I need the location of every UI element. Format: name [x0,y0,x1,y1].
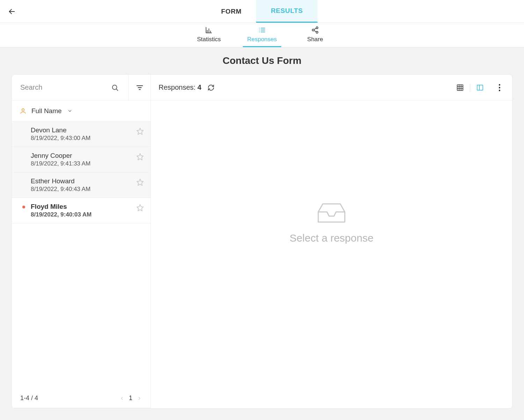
response-name: Devon Lane [31,126,144,134]
svg-line-18 [116,89,118,90]
prev-page-button[interactable] [118,394,126,403]
star-button[interactable] [135,126,145,136]
svg-line-16 [314,30,316,32]
star-button[interactable] [135,177,145,187]
svg-point-13 [312,29,314,31]
next-page-button[interactable] [135,394,144,403]
star-button[interactable] [135,152,145,162]
content-wrap: Full Name Devon Lane 8/19/2022, 9:43:00 … [0,75,524,420]
search-box [12,75,128,100]
list-icon [258,26,266,34]
response-timestamp: 8/19/2022, 9:43:00 AM [31,135,144,142]
subnav-label: Statistics [197,36,221,43]
primary-tabs: FORM RESULTS [206,0,318,23]
svg-marker-24 [137,154,143,160]
svg-point-14 [316,31,318,34]
star-icon [136,127,144,135]
top-header: FORM RESULTS [0,0,524,23]
response-detail-pane: Responses: 4 [151,75,512,408]
svg-point-22 [22,109,24,111]
list-item[interactable]: Devon Lane 8/19/2022, 9:43:00 AM [12,121,151,147]
chevron-down-icon [67,109,72,113]
pagination-range: 1-4 / 4 [20,395,38,402]
response-timestamp: 8/19/2022, 9:40:43 AM [31,186,144,193]
content-card: Full Name Devon Lane 8/19/2022, 9:43:00 … [12,75,512,408]
svg-line-15 [314,28,316,30]
sub-nav: Statistics Responses Share [0,23,524,47]
star-icon [136,204,144,212]
subnav-label: Share [307,36,323,43]
chevron-left-icon [119,396,124,401]
back-button[interactable] [6,6,17,17]
sort-header[interactable]: Full Name [12,101,151,121]
svg-point-12 [316,27,318,29]
unread-dot [22,206,25,208]
subnav-label: Responses [247,36,277,43]
list-item[interactable]: Jenny Cooper 8/19/2022, 9:41:33 AM [12,147,151,172]
svg-marker-23 [137,128,143,134]
response-timestamp: 8/19/2022, 9:40:03 AM [31,211,144,218]
page-title: Contact Us Form [0,47,524,75]
person-icon [20,108,27,115]
response-name: Esther Howard [31,177,144,185]
filter-icon [136,84,144,91]
page-body: Contact Us Form [0,47,524,420]
empty-message: Select a response [290,232,373,244]
star-icon [136,153,144,161]
search-button[interactable] [109,84,121,91]
tab-results[interactable]: RESULTS [256,0,317,23]
svg-marker-26 [137,205,143,211]
search-row [12,75,151,101]
response-name: Jenny Cooper [31,152,144,160]
pagination: 1-4 / 4 1 [12,389,151,408]
current-page: 1 [129,395,132,402]
search-input[interactable] [20,83,109,91]
subnav-responses[interactable]: Responses [243,23,281,47]
svg-marker-25 [137,179,143,185]
response-name: Floyd Miles [31,203,144,211]
subnav-statistics[interactable]: Statistics [190,23,228,47]
star-button[interactable] [135,203,145,213]
response-timestamp: 8/19/2022, 9:41:33 AM [31,160,144,167]
svg-point-6 [259,28,260,28]
inbox-icon [316,202,347,224]
responses-list: Devon Lane 8/19/2022, 9:43:00 AM Jenny C… [12,121,151,389]
arrow-left-icon [8,8,16,15]
chevron-right-icon [137,396,142,401]
empty-state: Select a response [151,75,512,377]
subnav-share[interactable]: Share [296,23,334,47]
tab-form[interactable]: FORM [206,0,256,23]
search-icon [111,84,119,91]
svg-point-8 [259,30,260,30]
share-icon [311,26,319,34]
list-item[interactable]: Floyd Miles 8/19/2022, 9:40:03 AM [12,198,151,223]
svg-point-10 [259,31,260,32]
star-icon [136,178,144,186]
list-item[interactable]: Esther Howard 8/19/2022, 9:40:43 AM [12,172,151,198]
sort-label: Full Name [31,107,62,115]
responses-sidebar: Full Name Devon Lane 8/19/2022, 9:43:00 … [12,75,151,408]
filter-button[interactable] [128,75,151,100]
bar-chart-icon [205,26,213,34]
